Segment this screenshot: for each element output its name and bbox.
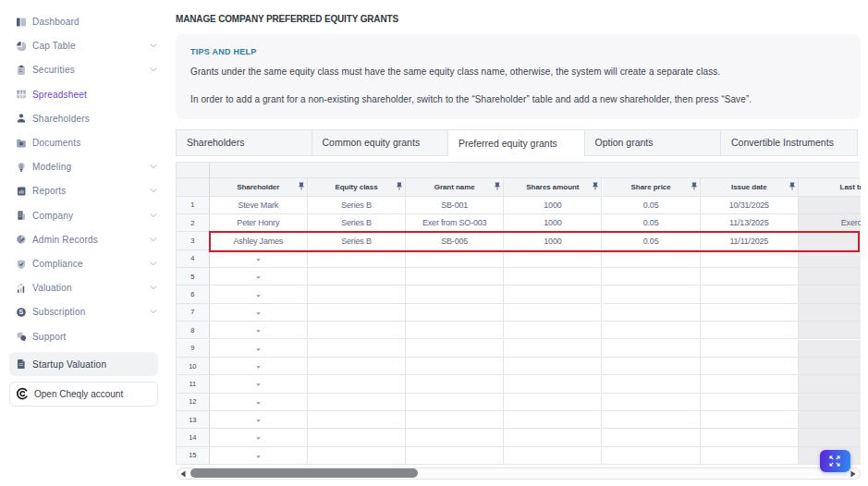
svg-text:S: S xyxy=(19,309,24,315)
svg-text:S: S xyxy=(19,162,23,168)
